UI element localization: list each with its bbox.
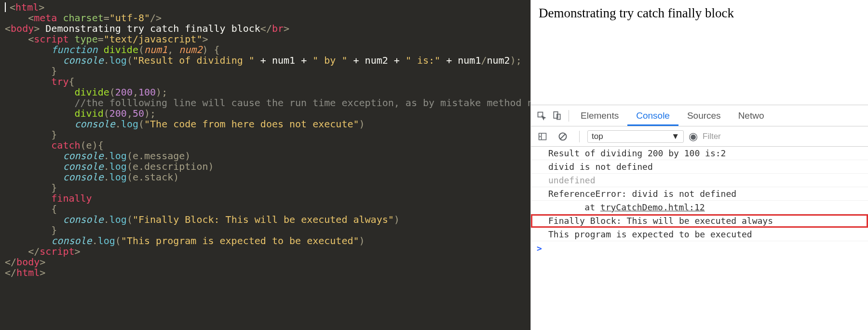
- stack-link[interactable]: tryCatchDemo.html:12: [600, 202, 705, 212]
- console-row: Finally Block: This will be executed alw…: [531, 214, 868, 228]
- code-line[interactable]: console.log("Finally Block: This will be…: [5, 214, 530, 225]
- code-line[interactable]: finally: [5, 193, 530, 204]
- code-line[interactable]: divide(200,100);: [5, 87, 530, 97]
- tab-elements[interactable]: Elements: [572, 105, 627, 126]
- devtools-tabbar: ElementsConsoleSourcesNetwo: [531, 105, 868, 126]
- divider: [579, 131, 580, 142]
- divider: [569, 110, 569, 122]
- code-line[interactable]: <body> Demonstrating try catch finally b…: [5, 23, 530, 34]
- code-line[interactable]: <meta charset="utf-8"/>: [5, 13, 530, 23]
- code-line[interactable]: }: [5, 225, 530, 235]
- code-line[interactable]: try{: [5, 76, 530, 87]
- devtools: ElementsConsoleSourcesNetwo top ▼ ◉ Filt…: [531, 105, 868, 330]
- console-row: undefined: [531, 174, 868, 187]
- console-prompt[interactable]: >: [531, 241, 868, 255]
- device-toggle-icon[interactable]: [550, 109, 564, 123]
- code-line[interactable]: <html>: [5, 2, 530, 13]
- chevron-down-icon: ▼: [671, 132, 679, 141]
- code-line[interactable]: console.log(e.stack): [5, 172, 530, 182]
- console-row: Result of dividing 200 by 100 is:2: [531, 147, 868, 160]
- code-line[interactable]: divid(200,50);: [5, 108, 530, 119]
- page-heading: Demonstrating try catch finally block: [539, 6, 734, 20]
- console-toolbar: top ▼ ◉ Filter: [531, 126, 868, 147]
- console-row: ReferenceError: divid is not defined: [531, 187, 868, 201]
- console-row: at tryCatchDemo.html:12: [531, 201, 868, 214]
- console-row: divid is not defined: [531, 160, 868, 174]
- code-line[interactable]: catch(e){: [5, 140, 530, 151]
- svg-line-6: [560, 134, 565, 139]
- rendered-page: Demonstrating try catch finally block: [531, 0, 868, 105]
- code-line[interactable]: //the folllowing line will cause the run…: [5, 97, 530, 108]
- code-line[interactable]: console.log("This program is expected to…: [5, 235, 530, 246]
- right-panel: Demonstrating try catch finally block El…: [530, 0, 868, 330]
- show-console-sidebar-icon[interactable]: [536, 130, 549, 143]
- console-output: Result of dividing 200 by 100 is:2divid …: [531, 147, 868, 255]
- code-line[interactable]: }: [5, 66, 530, 76]
- context-label: top: [592, 132, 603, 141]
- code-line[interactable]: </script>: [5, 246, 530, 257]
- clear-console-icon[interactable]: [556, 130, 570, 143]
- context-selector[interactable]: top ▼: [587, 130, 684, 143]
- code-line[interactable]: function divide(num1, num2) {: [5, 44, 530, 55]
- code-line[interactable]: console.log("The code from here does not…: [5, 119, 530, 129]
- code-editor[interactable]: <html> <meta charset="utf-8"/><body> Dem…: [0, 0, 530, 330]
- code-line[interactable]: console.log(e.message): [5, 151, 530, 161]
- code-line[interactable]: }: [5, 182, 530, 193]
- select-element-icon[interactable]: [535, 109, 548, 123]
- code-line[interactable]: </body>: [5, 257, 530, 267]
- code-line[interactable]: console.log(e.description): [5, 161, 530, 172]
- tab-netwo[interactable]: Netwo: [730, 105, 773, 126]
- console-row: This program is expected to be executed: [531, 228, 868, 241]
- filter-input[interactable]: Filter: [703, 132, 863, 141]
- tab-console[interactable]: Console: [627, 105, 678, 126]
- code-line[interactable]: </html>: [5, 267, 530, 278]
- code-line[interactable]: }: [5, 129, 530, 140]
- code-line[interactable]: <script type="text/javascript">: [5, 34, 530, 44]
- code-line[interactable]: console.log("Result of dividing " + num1…: [5, 55, 530, 66]
- code-line[interactable]: {: [5, 204, 530, 214]
- live-expression-icon[interactable]: ◉: [689, 130, 698, 143]
- tab-sources[interactable]: Sources: [678, 105, 730, 126]
